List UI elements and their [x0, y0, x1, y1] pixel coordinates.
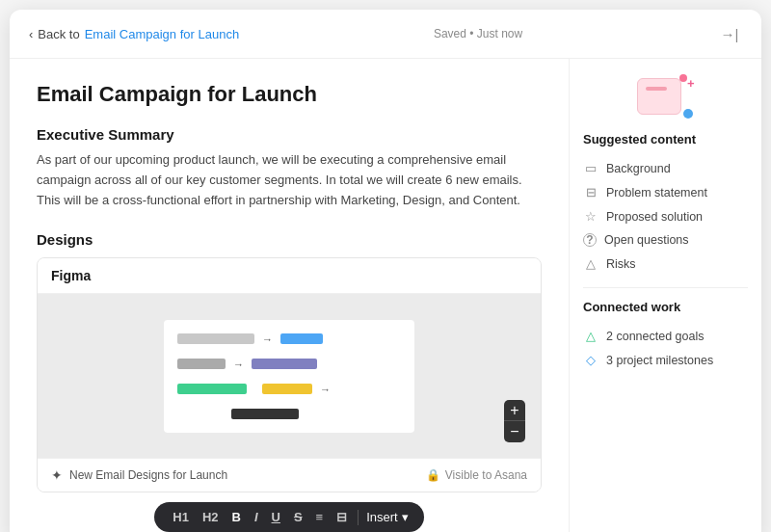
gantt-row-4	[177, 409, 401, 419]
connected-milestones-icon: ◇	[583, 353, 598, 367]
illustration-cross: +	[687, 76, 695, 91]
executive-summary-text: As part of our upcoming product launch, …	[37, 150, 542, 210]
proposed-solution-icon: ☆	[583, 209, 598, 224]
body: Email Campaign for Launch Executive Summ…	[10, 59, 761, 532]
illustration-card	[637, 78, 681, 115]
sidebar-item-open-questions-label: Open questions	[604, 233, 689, 247]
h1-button[interactable]: H1	[170, 509, 192, 525]
back-label: Back to	[38, 27, 79, 41]
illustration-box: +	[637, 74, 695, 120]
collapse-button[interactable]: →|	[717, 21, 742, 46]
italic-button[interactable]: I	[252, 509, 261, 525]
suggested-content-title: Suggested content	[583, 132, 748, 146]
back-link-text[interactable]: Email Campaign for Launch	[85, 27, 239, 41]
main-window: ‹ Back to Email Campaign for Launch Save…	[10, 10, 761, 532]
background-icon: ▭	[583, 161, 598, 175]
designs-section-title: Designs	[37, 231, 542, 248]
sidebar-item-risks[interactable]: △ Risks	[583, 252, 748, 276]
zoom-controls: + −	[504, 400, 525, 442]
gantt-bar	[252, 359, 317, 369]
gantt-chart: → →	[164, 320, 414, 433]
gantt-row-2: →	[177, 359, 401, 370]
bold-button[interactable]: B	[229, 509, 244, 525]
sidebar-item-problem-statement[interactable]: ⊟ Problem statement	[583, 180, 748, 204]
zoom-in-button[interactable]: +	[504, 400, 525, 421]
sidebar-illustration: +	[583, 74, 748, 120]
sidebar-item-problem-label: Problem statement	[606, 186, 707, 200]
sidebar-item-background[interactable]: ▭ Background	[583, 156, 748, 180]
sidebar-divider	[583, 287, 748, 288]
gantt-bar	[262, 384, 312, 394]
sidebar-item-risks-label: Risks	[606, 257, 636, 271]
back-chevron-icon: ‹	[29, 27, 33, 41]
illustration-dot-blue	[683, 109, 693, 119]
bullet-list-button[interactable]: ≡	[313, 509, 327, 525]
toolbar-divider	[358, 510, 359, 525]
visibility-label: Visible to Asana	[445, 468, 527, 482]
connected-milestones-label: 3 project milestones	[606, 354, 713, 367]
risks-icon: △	[583, 256, 598, 271]
figma-footer-left: ✦ New Email Designs for Launch	[51, 467, 227, 483]
connected-work-title: Connected work	[583, 300, 748, 314]
bottom-toolbar: H1 H2 B I U S ≡ ⊟ Insert ▾	[37, 492, 542, 532]
gantt-arrow: →	[262, 333, 273, 345]
connected-milestones-item[interactable]: ◇ 3 project milestones	[583, 348, 748, 372]
figma-preview: → →	[38, 294, 541, 458]
insert-button[interactable]: Insert ▾	[366, 510, 409, 524]
gantt-bar	[177, 359, 226, 369]
insert-chevron-icon: ▾	[402, 510, 409, 524]
illustration-dot-pink	[679, 74, 687, 82]
figma-logo-icon: ✦	[51, 467, 63, 483]
figma-footer-right: 🔒 Visible to Asana	[426, 468, 527, 482]
numbered-list-button[interactable]: ⊟	[333, 509, 350, 525]
underline-button[interactable]: U	[269, 509, 283, 525]
gantt-bar	[280, 333, 323, 344]
gantt-bar	[177, 333, 254, 344]
gantt-row-1: →	[177, 333, 401, 345]
main-content: Email Campaign for Launch Executive Summ…	[10, 59, 569, 532]
strikethrough-button[interactable]: S	[291, 509, 306, 525]
gantt-arrow: →	[233, 359, 244, 370]
gantt-arrow: →	[320, 384, 331, 395]
sidebar-item-background-label: Background	[606, 162, 671, 175]
sidebar-item-proposed-label: Proposed solution	[606, 210, 703, 224]
connected-goals-item[interactable]: △ 2 connected goals	[583, 324, 748, 348]
connected-goals-label: 2 connected goals	[606, 330, 704, 343]
insert-label: Insert	[366, 510, 398, 524]
problem-statement-icon: ⊟	[583, 185, 598, 200]
figma-header-label: Figma	[51, 268, 91, 283]
connected-goals-icon: △	[583, 329, 598, 343]
toolbar-pill: H1 H2 B I U S ≡ ⊟ Insert ▾	[154, 502, 423, 532]
sidebar-item-open-questions[interactable]: ? Open questions	[583, 228, 748, 252]
zoom-out-button[interactable]: −	[504, 421, 525, 442]
open-questions-icon: ?	[583, 233, 597, 247]
back-navigation[interactable]: ‹ Back to Email Campaign for Launch	[29, 27, 239, 41]
designs-section: Designs Figma →	[37, 231, 542, 492]
sidebar-item-proposed-solution[interactable]: ☆ Proposed solution	[583, 204, 748, 228]
page-title: Email Campaign for Launch	[37, 82, 542, 107]
saved-status: Saved • Just now	[434, 27, 522, 40]
gantt-bar	[177, 384, 247, 394]
gantt-bar	[231, 409, 299, 419]
executive-summary-title: Executive Summary	[37, 126, 542, 143]
figma-card: Figma →	[37, 257, 542, 492]
sidebar: + Suggested content ▭ Background ⊟ Probl…	[569, 59, 761, 532]
h2-button[interactable]: H2	[199, 509, 222, 525]
figma-header: Figma	[38, 258, 541, 294]
lock-icon: 🔒	[426, 468, 440, 482]
top-bar: ‹ Back to Email Campaign for Launch Save…	[10, 10, 761, 59]
figma-footer: ✦ New Email Designs for Launch 🔒 Visible…	[38, 458, 541, 492]
figma-file-name: New Email Designs for Launch	[69, 468, 227, 482]
gantt-row-3: →	[177, 384, 401, 395]
